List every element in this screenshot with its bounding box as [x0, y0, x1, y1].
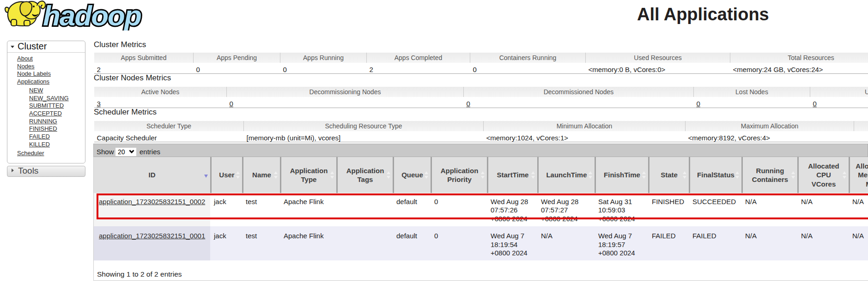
svg-text:hadoop: hadoop: [43, 0, 141, 30]
